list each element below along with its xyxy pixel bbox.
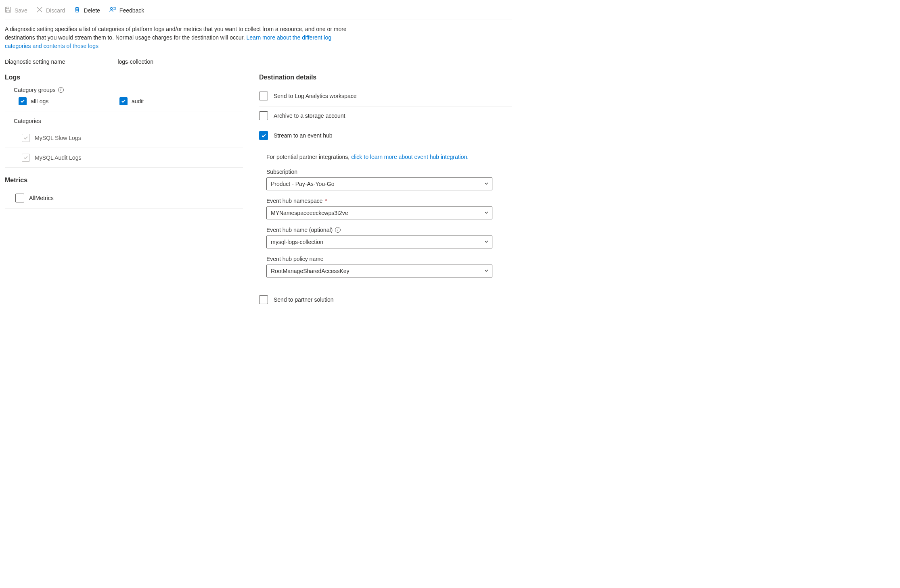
namespace-label-text: Event hub namespace — [266, 198, 322, 204]
setting-name-value[interactable]: logs-collection — [117, 58, 153, 65]
eventhub-learn-more-link[interactable]: click to learn more about event hub inte… — [351, 154, 469, 160]
setting-name-label: Diagnostic setting name — [5, 58, 65, 65]
feedback-icon — [109, 6, 116, 14]
eventhub-intro: For potential partner integrations, clic… — [259, 146, 512, 161]
feedback-label: Feedback — [119, 7, 144, 14]
close-icon — [36, 6, 43, 14]
trash-icon — [74, 6, 80, 14]
metrics-heading: Metrics — [5, 177, 243, 184]
save-label: Save — [15, 7, 27, 14]
dest-partner-solution[interactable]: Send to partner solution — [259, 290, 512, 310]
svg-rect-2 — [6, 10, 10, 12]
save-icon — [5, 6, 11, 14]
policy-label: Event hub policy name — [266, 256, 512, 262]
category-groups-label: Category groups i — [14, 87, 243, 93]
category-mysql-slow-logs: MySQL Slow Logs — [5, 128, 243, 148]
category-label: MySQL Slow Logs — [35, 135, 81, 141]
select-value: mysql-logs-collection — [271, 239, 323, 245]
chevron-down-icon — [484, 268, 489, 274]
categories-label: Categories — [14, 118, 243, 124]
checkbox-unchecked-icon — [15, 194, 24, 202]
checkbox-disabled-icon — [22, 134, 30, 142]
svg-rect-1 — [6, 7, 9, 9]
dest-log-analytics[interactable]: Send to Log Analytics workspace — [259, 87, 512, 106]
select-value: Product - Pay-As-You-Go — [271, 181, 334, 187]
eventhub-name-label-text: Event hub name (optional) — [266, 227, 333, 233]
dest-label: Archive to a storage account — [274, 113, 345, 119]
info-icon[interactable]: i — [58, 87, 64, 93]
discard-label: Discard — [46, 7, 65, 14]
category-mysql-audit-logs: MySQL Audit Logs — [5, 148, 243, 168]
info-icon[interactable]: i — [335, 227, 341, 233]
dest-label: Stream to an event hub — [274, 132, 333, 139]
metric-allmetrics[interactable]: AllMetrics — [5, 190, 243, 209]
save-button[interactable]: Save — [5, 6, 27, 15]
checkbox-checked-icon — [119, 97, 128, 105]
dest-event-hub[interactable]: Stream to an event hub — [259, 126, 512, 146]
field-subscription: Subscription Product - Pay-As-You-Go — [266, 169, 512, 190]
checkbox-disabled-icon — [22, 154, 30, 162]
checkbox-checked-icon — [19, 97, 27, 105]
subscription-select[interactable]: Product - Pay-As-You-Go — [266, 177, 492, 190]
dest-label: Send to partner solution — [274, 296, 334, 303]
category-groups-row: allLogs audit — [5, 97, 243, 111]
setting-name-row: Diagnostic setting name logs-collection — [5, 52, 512, 69]
checkbox-unchecked-icon — [259, 111, 268, 120]
required-indicator: * — [325, 198, 327, 204]
category-group-audit[interactable]: audit — [119, 97, 216, 105]
metric-label: AllMetrics — [29, 195, 54, 201]
destinations-heading: Destination details — [259, 74, 512, 81]
eventhub-name-select[interactable]: mysql-logs-collection — [266, 236, 492, 248]
chevron-down-icon — [484, 181, 489, 187]
category-group-label: allLogs — [31, 98, 48, 104]
checkbox-unchecked-icon — [259, 295, 268, 304]
checkbox-unchecked-icon — [259, 92, 268, 100]
field-eventhub-policy: Event hub policy name RootManageSharedAc… — [266, 256, 512, 277]
checkbox-checked-icon — [259, 131, 268, 140]
category-groups-text: Category groups — [14, 87, 56, 93]
policy-select[interactable]: RootManageSharedAccessKey — [266, 265, 492, 277]
discard-button[interactable]: Discard — [36, 6, 65, 15]
eventhub-intro-text: For potential partner integrations, — [266, 154, 351, 160]
namespace-label: Event hub namespace * — [266, 198, 512, 204]
delete-label: Delete — [84, 7, 100, 14]
dest-storage-account[interactable]: Archive to a storage account — [259, 106, 512, 126]
chevron-down-icon — [484, 210, 489, 216]
field-eventhub-name: Event hub name (optional) i mysql-logs-c… — [266, 227, 512, 248]
chevron-down-icon — [484, 239, 489, 245]
eventhub-name-label: Event hub name (optional) i — [266, 227, 512, 233]
svg-point-3 — [110, 7, 112, 9]
category-group-alllogs[interactable]: allLogs — [19, 97, 115, 105]
dest-label: Send to Log Analytics workspace — [274, 93, 356, 99]
feedback-button[interactable]: Feedback — [109, 6, 144, 15]
subscription-label: Subscription — [266, 169, 512, 175]
description-text: A diagnostic setting specifies a list of… — [5, 19, 352, 52]
namespace-select[interactable]: MYNamespaceeeckcwps3t2ve — [266, 206, 492, 219]
delete-button[interactable]: Delete — [74, 6, 100, 15]
logs-heading: Logs — [5, 74, 243, 81]
select-value: RootManageSharedAccessKey — [271, 268, 350, 274]
toolbar: Save Discard Delete — [5, 4, 512, 19]
select-value: MYNamespaceeeckcwps3t2ve — [271, 210, 348, 216]
field-eventhub-namespace: Event hub namespace * MYNamespaceeeckcwp… — [266, 198, 512, 219]
category-group-label: audit — [132, 98, 144, 104]
category-label: MySQL Audit Logs — [35, 154, 81, 161]
